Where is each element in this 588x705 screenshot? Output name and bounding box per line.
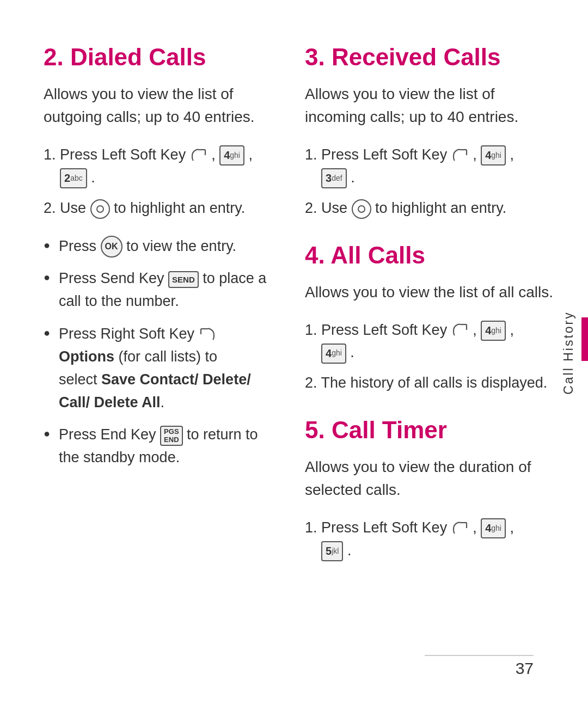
section-5-steps: 1. Press Left Soft Key , 4 ghi , 5 jkl . bbox=[305, 517, 555, 562]
left-soft-key-icon-3 bbox=[452, 323, 468, 338]
left-column: 2. Dialed Calls Allows you to view the l… bbox=[44, 44, 294, 672]
step-4-1: 1. Press Left Soft Key , 4 ghi , 4 ghi . bbox=[305, 319, 555, 365]
nav-circle-icon-2 bbox=[352, 199, 371, 219]
key-4ghi-4: 4 ghi bbox=[321, 344, 346, 364]
bullet-right-soft-options: Options (for call lists) to bbox=[59, 348, 217, 365]
step-2-2: 2. Use to highlight an entry. bbox=[44, 197, 272, 220]
section-call-timer: 5. Call Timer Allows you to view the dur… bbox=[305, 416, 555, 562]
section-5-title: 5. Call Timer bbox=[305, 416, 555, 444]
end-key-icon: PGSEND bbox=[160, 426, 182, 446]
step-3-1: 1. Press Left Soft Key , 4 ghi , 3 def . bbox=[305, 144, 555, 189]
page-divider bbox=[425, 655, 534, 656]
bullet-end: Press End Key PGSEND to return to the st… bbox=[44, 424, 272, 469]
sidebar-label: Call History bbox=[561, 311, 576, 395]
step-2-1-text: 1. Press Left Soft Key , 4 ghi , bbox=[44, 146, 253, 163]
left-soft-key-icon-2 bbox=[452, 149, 468, 163]
key-4ghi-1: 4 ghi bbox=[219, 145, 244, 165]
section-2-steps: 1. Press Left Soft Key , 4 ghi , 2 abc bbox=[44, 144, 272, 220]
bullet-right-soft: Press Right Soft Key Options (for call l… bbox=[44, 323, 272, 414]
key-4ghi-5: 4 ghi bbox=[481, 518, 506, 538]
send-key-icon: SEND bbox=[168, 271, 199, 288]
ok-icon: OK bbox=[101, 236, 122, 258]
key-5jkl: 5 jkl bbox=[321, 541, 343, 561]
key-4ghi-3: 4 ghi bbox=[481, 321, 506, 341]
step-5-1: 1. Press Left Soft Key , 4 ghi , 5 jkl . bbox=[305, 517, 555, 562]
section-dialed-calls: 2. Dialed Calls Allows you to view the l… bbox=[44, 44, 272, 469]
left-soft-key-icon-1 bbox=[191, 149, 206, 163]
section-5-desc: Allows you to view the duration of selec… bbox=[305, 456, 555, 501]
right-column: 3. Received Calls Allows you to view the… bbox=[294, 44, 555, 672]
key-2abc: 2 abc bbox=[60, 168, 87, 188]
page: 2. Dialed Calls Allows you to view the l… bbox=[0, 0, 588, 705]
step-3-2: 2. Use to highlight an entry. bbox=[305, 197, 555, 220]
section-2-title: 2. Dialed Calls bbox=[44, 44, 272, 71]
section-all-calls: 4. All Calls Allows you to view the list… bbox=[305, 242, 555, 395]
nav-circle-icon-1 bbox=[90, 199, 110, 219]
section-3-title: 3. Received Calls bbox=[305, 44, 555, 71]
section-2-bullets: Press OK to view the entry. Press Send K… bbox=[44, 235, 272, 470]
sidebar: Call History bbox=[555, 0, 588, 705]
section-4-desc: Allows you to view the list of all calls… bbox=[305, 281, 555, 304]
right-soft-key-icon bbox=[200, 328, 215, 342]
section-received-calls: 3. Received Calls Allows you to view the… bbox=[305, 44, 555, 220]
sidebar-tab bbox=[581, 317, 588, 361]
section-4-title: 4. All Calls bbox=[305, 242, 555, 269]
bullet-ok: Press OK to view the entry. bbox=[44, 235, 272, 258]
step-4-2: 2. The history of all calls is displayed… bbox=[305, 372, 555, 395]
step-2-1: 1. Press Left Soft Key , 4 ghi , 2 abc bbox=[44, 144, 272, 189]
key-4ghi-2: 4 ghi bbox=[481, 145, 506, 165]
key-3def: 3 def bbox=[321, 168, 347, 188]
left-soft-key-icon-4 bbox=[452, 522, 468, 536]
bullet-send: Press Send Key SEND to place a call to t… bbox=[44, 267, 272, 313]
section-3-steps: 1. Press Left Soft Key , 4 ghi , 3 def .… bbox=[305, 144, 555, 220]
section-4-steps: 1. Press Left Soft Key , 4 ghi , 4 ghi .… bbox=[305, 319, 555, 395]
page-number: 37 bbox=[516, 659, 534, 678]
section-2-desc: Allows you to view the list of outgoing … bbox=[44, 83, 272, 128]
section-3-desc: Allows you to view the list of incoming … bbox=[305, 83, 555, 128]
